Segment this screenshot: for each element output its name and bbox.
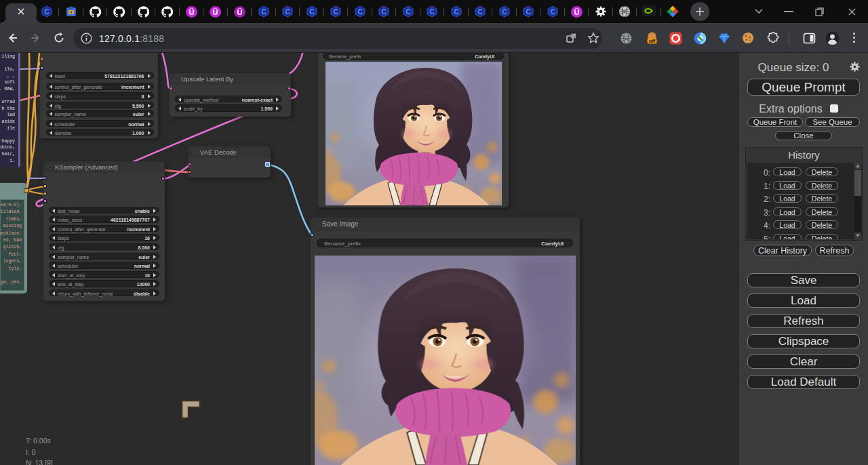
svg-text:C: C — [261, 8, 266, 16]
svg-text:C: C — [526, 8, 530, 16]
svg-text:Ü: Ü — [189, 8, 194, 16]
svg-text:C: C — [406, 8, 410, 16]
svg-text:C: C — [357, 8, 362, 16]
svg-text:C: C — [429, 8, 434, 16]
svg-text:C: C — [502, 8, 507, 16]
svg-text:Ü: Ü — [213, 8, 218, 16]
svg-text:C: C — [454, 8, 458, 16]
svg-text:C: C — [285, 8, 290, 16]
svg-text:C: C — [309, 8, 314, 16]
svg-text:C: C — [44, 8, 49, 16]
svg-text:C: C — [333, 8, 338, 16]
svg-text:off: off — [649, 38, 656, 44]
svg-text:C: C — [477, 8, 482, 16]
svg-text:C: C — [381, 8, 386, 16]
svg-text:C: C — [550, 8, 555, 16]
svg-text:Ü: Ü — [574, 8, 579, 16]
svg-text:Ü: Ü — [237, 8, 242, 16]
